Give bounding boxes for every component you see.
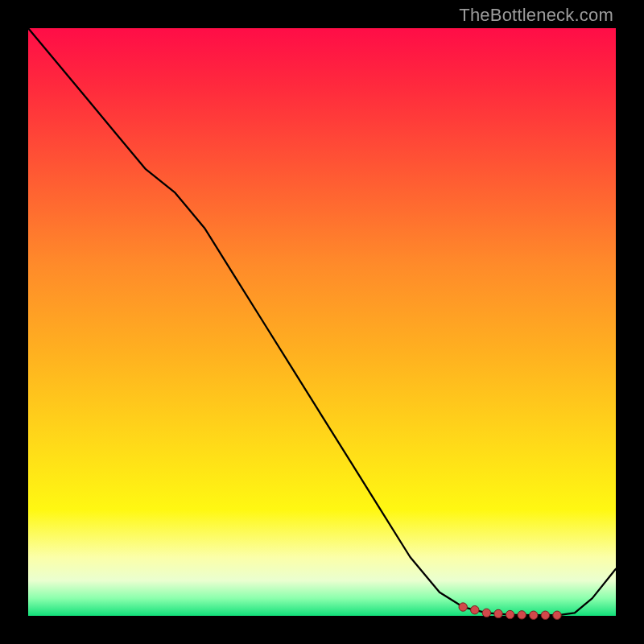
series-marker [518,611,526,619]
series-line [28,28,616,615]
series-marker [506,610,514,618]
series-marker [494,609,502,617]
series-marker [541,611,549,619]
chart-overlay [28,28,616,616]
series-markers [459,603,561,620]
series-marker [482,609,490,617]
chart-frame: TheBottleneck.com [0,0,644,644]
series-marker [553,611,561,619]
watermark-text: TheBottleneck.com [459,5,613,26]
plot-area [28,28,616,616]
series-marker [471,606,479,614]
series-marker [459,603,467,611]
series-marker [530,611,538,619]
